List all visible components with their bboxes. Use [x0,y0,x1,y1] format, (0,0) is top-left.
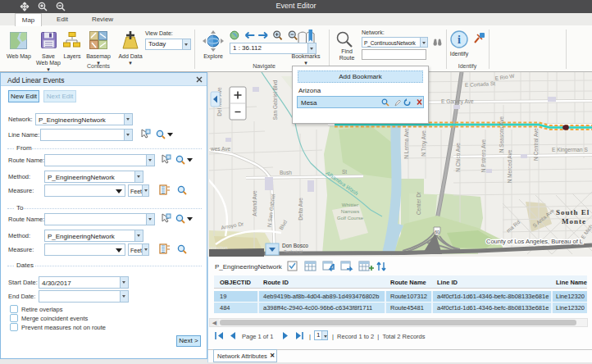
svg-text:N Troy Ave: N Troy Ave [421,130,427,157]
svg-text:Whittier: Whittier [342,202,358,207]
svg-text:wes Ave: wes Ave [210,146,230,152]
svg-text:Monte: Monte [562,217,586,225]
svg-text:Golf Course: Golf Course [337,216,364,221]
svg-text:N Central Ave: N Central Ave [533,128,539,161]
svg-text:i: i [458,34,461,46]
svg-text:N Lerma Ave: N Lerma Ave [403,128,409,159]
svg-text:60: 60 [435,230,439,234]
svg-text:County of Los Angeles, Bureau: County of Los Angeles, Bureau of L [486,238,583,245]
svg-text:N Merced Ave: N Merced Ave [507,149,512,183]
svg-text:E Kingerman S: E Kingerman S [552,147,588,153]
svg-text:South El: South El [556,208,590,216]
svg-text:Technical: Technical [284,249,303,254]
svg-text:Delta Ave: Delta Ave [298,198,303,221]
svg-text:Center Dr: Center Dr [416,191,421,215]
svg-text:N Potrero Ave: N Potrero Ave [480,139,486,172]
svg-text:N Seasons Ave: N Seasons Ave [499,116,504,152]
svg-text:N Chico Ave: N Chico Ave [455,143,461,172]
svg-text:San Gabriel Blvd: San Gabriel Blvd [272,80,278,120]
svg-text:Narrows: Narrows [341,209,359,214]
svg-text:Don Bosco: Don Bosco [282,243,308,248]
svg-text:Bush: Bush [280,170,292,175]
svg-text:St: St [342,169,347,175]
svg-text:E Garvey Ave: E Garvey Ave [441,98,474,105]
svg-text:Arland Ave: Arland Ave [252,190,257,216]
svg-text:nnection: nnection [209,245,228,250]
